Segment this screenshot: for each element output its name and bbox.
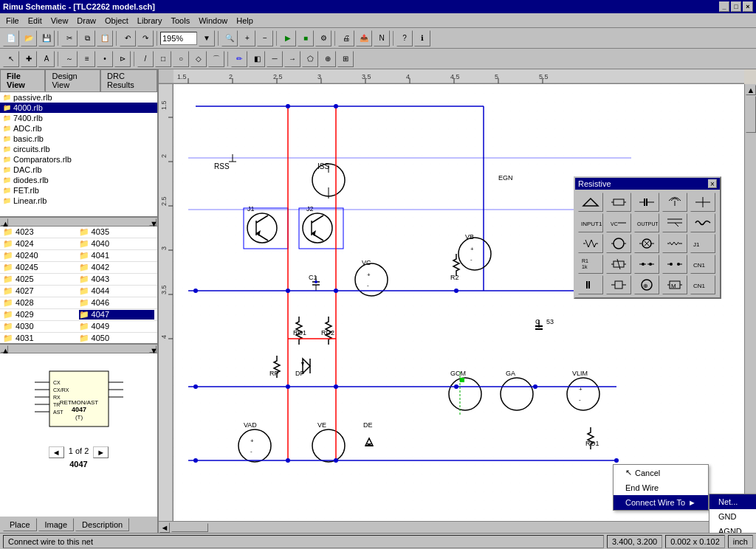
res-component-23[interactable]: ⊕ [634, 275, 659, 294]
netlist-btn[interactable]: N [374, 30, 390, 46]
tree-item-fet[interactable]: 📁 FET.rlb [0, 185, 157, 196]
res-component-6[interactable]: INPUT1 [578, 213, 603, 232]
text-btn[interactable]: A [38, 51, 55, 67]
redo-btn[interactable]: ↷ [137, 30, 154, 46]
run-btn[interactable]: ▶ [280, 30, 296, 46]
v-scroll-thumb[interactable] [746, 96, 756, 133]
draw5-btn[interactable]: ⌒ [208, 51, 224, 67]
tree-item-dac[interactable]: 📁 DAC.rlb [0, 165, 157, 175]
comp-scroll-down[interactable]: ▼ [149, 345, 157, 353]
junction-btn[interactable]: • [97, 51, 113, 67]
res-component-13[interactable] [634, 234, 659, 253]
open-btn[interactable]: 📂 [21, 30, 37, 46]
tab-drc-results[interactable]: DRC Results [100, 69, 157, 92]
poly-btn[interactable]: ⬠ [302, 51, 318, 67]
next-page-btn[interactable]: ► [93, 446, 109, 458]
new-btn[interactable]: 📄 [3, 30, 19, 46]
export-btn[interactable]: 📤 [356, 30, 372, 46]
save-btn[interactable]: 💾 [38, 30, 55, 46]
menu-file[interactable]: File [1, 15, 24, 27]
submenu-net[interactable]: Net... [709, 494, 756, 509]
res-component-9[interactable] [662, 213, 687, 232]
search-btn[interactable]: 🔍 [221, 30, 238, 46]
tree-scroll-down[interactable]: ▼ [149, 218, 157, 226]
res-component-20[interactable]: CN1 [690, 255, 715, 274]
arrow-btn[interactable]: → [284, 51, 300, 67]
tree-item-basic[interactable]: 📁 basic.rlb [0, 134, 157, 144]
menu-library[interactable]: Library [133, 15, 167, 27]
res-component-5[interactable] [690, 193, 715, 212]
copy-btn[interactable]: ⧉ [79, 30, 95, 46]
h-scroll-left[interactable]: ◄ [159, 522, 170, 533]
menu-draw[interactable]: Draw [72, 15, 100, 27]
menu-help[interactable]: Help [232, 15, 258, 27]
tree-item-adc[interactable]: 📁 ADC.rlb [0, 123, 157, 134]
line-btn[interactable]: ─ [267, 51, 283, 67]
stop-btn[interactable]: ■ [298, 30, 314, 46]
res-component-18[interactable] [634, 255, 659, 274]
res-component-25[interactable]: CN1 [690, 275, 715, 294]
wire-btn[interactable]: ～ [61, 51, 78, 67]
tab-place[interactable]: Place [3, 518, 37, 531]
tree-item-linear[interactable]: 📁 Linear.rlb [0, 196, 157, 206]
label-btn[interactable]: ⊳ [114, 51, 131, 67]
menu-view[interactable]: View [47, 15, 73, 27]
close-btn[interactable]: × [743, 1, 753, 12]
maximize-btn[interactable]: □ [731, 1, 741, 12]
comp-scroll-up[interactable]: ▲ [1, 345, 8, 353]
help-btn[interactable]: ? [396, 30, 413, 46]
zoom-box[interactable]: 195% [160, 32, 197, 45]
res-component-19[interactable] [662, 255, 687, 274]
v-scroll-up[interactable]: ▲ [746, 85, 756, 95]
res-component-8[interactable]: OUTPUT1 [634, 213, 659, 232]
ctx-end-wire[interactable]: End Wire [614, 480, 708, 495]
res-component-22[interactable] [606, 275, 631, 294]
res-component-21[interactable] [578, 275, 603, 294]
print-btn[interactable]: 🖨 [338, 30, 354, 46]
res-component-15[interactable]: J1 [690, 234, 715, 253]
tree-item-4000[interactable]: 📁 4000.rlb [0, 103, 157, 113]
ctx-connect-wire[interactable]: Connect Wire To ► [614, 495, 708, 510]
info-btn[interactable]: ℹ [414, 30, 430, 46]
tab-file-view[interactable]: File View [0, 69, 45, 92]
submenu-agnd[interactable]: AGND [709, 524, 756, 533]
menu-edit[interactable]: Edit [24, 15, 47, 27]
h-scrollbar[interactable]: ◄ ► [159, 521, 744, 533]
undo-btn[interactable]: ↶ [120, 30, 136, 46]
schematic-canvas[interactable]: RSS ISS J1 J2 [173, 84, 744, 521]
v-scrollbar[interactable]: ▲ ▼ [744, 84, 756, 521]
menu-tools[interactable]: Tools [166, 15, 194, 27]
tab-image[interactable]: Image [38, 518, 75, 531]
draw4-btn[interactable]: ◇ [190, 51, 207, 67]
res-component-12[interactable] [606, 234, 631, 253]
res-component-7[interactable]: VC [606, 213, 631, 232]
fill-btn[interactable]: ◧ [249, 51, 265, 67]
tree-item-passive[interactable]: 📁 passive.rlb [0, 92, 157, 103]
sim-btn[interactable]: ⚙ [315, 30, 331, 46]
res-component-10[interactable] [690, 213, 715, 232]
tree-item-comparators[interactable]: 📁 Comparators.rlb [0, 154, 157, 165]
tree-item-7400[interactable]: 📁 7400.rlb [0, 113, 157, 123]
minimize-btn[interactable]: _ [719, 1, 729, 12]
menu-object[interactable]: Object [100, 15, 133, 27]
draw2-btn[interactable]: □ [155, 51, 171, 67]
tree-scroll-up[interactable]: ▲ [1, 218, 8, 226]
res-component-1[interactable] [578, 193, 603, 212]
sym2-btn[interactable]: ⊞ [337, 51, 354, 67]
res-component-2[interactable] [606, 193, 631, 212]
tab-design-view[interactable]: Design View [45, 69, 100, 92]
select-btn[interactable]: ↖ [3, 51, 19, 67]
res-component-11[interactable] [578, 234, 603, 253]
bus-btn[interactable]: ≡ [79, 51, 95, 67]
tree-item-diodes[interactable]: 📁 diodes.rlb [0, 175, 157, 185]
sym1-btn[interactable]: ⊕ [320, 51, 336, 67]
res-component-16[interactable]: R11k [578, 255, 603, 274]
pointer-btn[interactable]: ✚ [21, 51, 37, 67]
res-component-24[interactable]: M [662, 275, 687, 294]
color-btn[interactable]: ✏ [231, 51, 247, 67]
draw1-btn[interactable]: / [137, 51, 154, 67]
paste-btn[interactable]: 📋 [97, 30, 113, 46]
zoom-drop[interactable]: ▼ [199, 30, 215, 46]
menu-window[interactable]: Window [194, 15, 232, 27]
zoom-out-btn[interactable]: − [257, 30, 273, 46]
